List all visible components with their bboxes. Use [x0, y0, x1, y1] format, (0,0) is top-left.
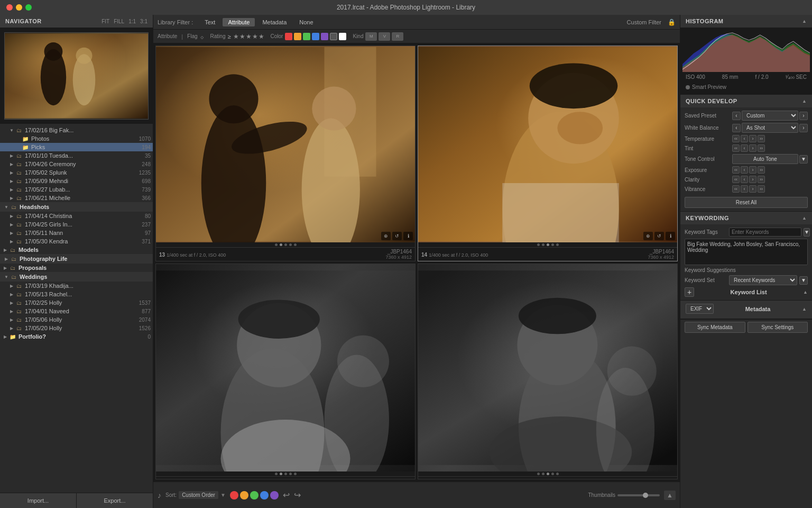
star-5[interactable]: ★ — [259, 33, 264, 40]
saved-preset-prev[interactable]: ‹ — [732, 112, 741, 120]
histogram-header[interactable]: Histogram ▲ — [680, 15, 812, 28]
star-4[interactable]: ★ — [252, 33, 258, 40]
temp-inc-large[interactable]: ›› — [758, 135, 765, 142]
nav-scale-3to1[interactable]: 3:1 — [140, 19, 147, 24]
exp-dec[interactable]: ‹ — [741, 166, 748, 174]
color-red[interactable] — [285, 33, 292, 40]
filter-tab-metadata[interactable]: Metadata — [257, 18, 292, 26]
star-3[interactable]: ★ — [246, 33, 252, 40]
tree-item-nann[interactable]: 🗂 17/05/11 Nann 97 — [0, 229, 153, 237]
tree-arrow-christina[interactable] — [8, 213, 15, 219]
star-1[interactable]: ★ — [233, 33, 239, 40]
tree-item-khadija[interactable]: 🗂 17/03/19 Khadija... — [0, 282, 153, 290]
exp-inc-large[interactable]: ›› — [758, 166, 765, 174]
keyword-set-select[interactable]: Recent Keywords — [729, 275, 797, 285]
tree-arrow-girls[interactable] — [8, 221, 15, 228]
vib-inc[interactable]: › — [749, 185, 756, 193]
lock-icon[interactable]: 🔒 — [668, 19, 676, 26]
saved-preset-next[interactable]: › — [799, 112, 808, 120]
export-button[interactable]: Export... — [77, 493, 153, 508]
vib-dec[interactable]: ‹ — [741, 185, 748, 193]
wb-prev[interactable]: ‹ — [732, 124, 741, 132]
headshots-section-header[interactable]: 🗂 Headshots — [0, 202, 153, 212]
tree-item-models[interactable]: 🗂 Models — [0, 246, 153, 254]
star-2[interactable]: ★ — [239, 33, 245, 40]
weddings-arrow[interactable] — [3, 274, 10, 280]
temp-dec-large[interactable]: ‹‹ — [732, 135, 740, 142]
window-controls[interactable] — [6, 4, 32, 11]
tree-arrow-naveed[interactable] — [8, 308, 15, 314]
minimize-button[interactable] — [16, 4, 22, 11]
tree-item-lubab[interactable]: 🗂 17/05/27 Lubab... 739 — [0, 185, 153, 194]
cl-red[interactable] — [230, 491, 238, 500]
tree-item-picks[interactable]: 📁 Picks 194 — [0, 143, 153, 151]
rotate-icon-2[interactable]: ↺ — [654, 232, 664, 240]
color-blue[interactable] — [312, 33, 319, 40]
nav-scale-fit[interactable]: FIT — [102, 19, 109, 24]
temp-dec[interactable]: ‹ — [741, 135, 748, 142]
filter-tab-none[interactable]: None — [294, 18, 318, 26]
tint-inc-large[interactable]: ›› — [758, 144, 765, 152]
slider-thumb[interactable] — [643, 493, 648, 498]
filter-tab-text[interactable]: Text — [199, 18, 220, 26]
clarity-inc-large[interactable]: ›› — [758, 176, 765, 183]
info-icon-1[interactable]: ℹ — [403, 232, 413, 240]
tree-item-kendra[interactable]: 🗂 17/05/30 Kendra 371 — [0, 237, 153, 246]
wb-next[interactable]: › — [799, 124, 808, 132]
tree-arrow-mehndi[interactable] — [8, 178, 15, 184]
nav-scale-fill[interactable]: FILL — [114, 19, 124, 24]
tree-arrow-michelle[interactable] — [8, 195, 15, 201]
photo-image-4[interactable] — [418, 264, 677, 471]
exp-inc[interactable]: › — [749, 166, 756, 174]
tree-item-holly1[interactable]: 🗂 17/02/25 Holly 1537 — [0, 298, 153, 307]
metadata-arrow[interactable]: ▲ — [802, 306, 807, 312]
quick-develop-arrow[interactable]: ▲ — [802, 98, 807, 104]
tree-arrow-bigfak[interactable] — [8, 127, 15, 133]
keyword-list-arrow[interactable]: ▲ — [803, 289, 808, 295]
tree-arrow-models[interactable] — [2, 247, 8, 253]
rotate-icon-1[interactable]: ↺ — [392, 232, 402, 240]
color-yellow[interactable] — [294, 33, 301, 40]
tint-dec-large[interactable]: ‹‹ — [732, 144, 740, 152]
compare-icon-1[interactable]: ⊕ — [381, 232, 391, 240]
photo-image-1[interactable]: ⊕ ↺ ℹ — [156, 46, 415, 242]
keyword-tags-menu[interactable]: ▼ — [804, 228, 810, 237]
headshots-arrow[interactable] — [3, 204, 10, 210]
tree-arrow-ceremony[interactable] — [8, 161, 15, 167]
import-button[interactable]: Import... — [0, 493, 77, 508]
cl-blue[interactable] — [260, 491, 269, 500]
photography-section-header[interactable]: 🗂 Photography Life — [0, 254, 153, 264]
tree-arrow-proposals[interactable] — [2, 265, 8, 271]
color-green[interactable] — [303, 33, 310, 40]
info-icon-2[interactable]: ℹ — [666, 232, 675, 240]
tree-item-splunk[interactable]: 🗂 17/05/02 Splunk 1235 — [0, 168, 153, 177]
tree-arrow-rachel[interactable] — [8, 291, 15, 297]
exp-dec-large[interactable]: ‹‹ — [732, 166, 740, 174]
quick-develop-header[interactable]: Quick Develop ▲ — [680, 95, 812, 107]
filter-tab-attribute[interactable]: Attribute — [223, 18, 255, 26]
sort-select[interactable]: Custom Order — [179, 491, 218, 499]
temp-inc[interactable]: › — [749, 135, 756, 142]
tree-item-portfolio[interactable]: 📁 Portfolio? 0 — [0, 332, 153, 341]
rotate-right-icon[interactable]: ↪ — [294, 490, 301, 500]
photo-image-3[interactable] — [156, 264, 415, 471]
rating-stars[interactable]: ★ ★ ★ ★ ★ — [233, 33, 264, 40]
tree-item-photos[interactable]: 📁 Photos 1070 — [0, 134, 153, 143]
tree-item-bigfak[interactable]: 🗂 17/02/16 Big Fak... — [0, 126, 153, 134]
tree-arrow-splunk[interactable] — [8, 169, 15, 176]
tint-inc[interactable]: › — [749, 144, 756, 152]
tree-item-christina[interactable]: 🗂 17/04/14 Christina 80 — [0, 212, 153, 220]
keywording-arrow[interactable]: ▲ — [802, 215, 807, 221]
keywords-area[interactable]: Big Fake Wedding, John Bosley, San Franc… — [685, 239, 808, 265]
tree-item-rachel[interactable]: 🗂 17/05/13 Rachel... — [0, 290, 153, 298]
tree-item-michelle[interactable]: 🗂 17/06/21 Michelle 366 — [0, 194, 153, 202]
photography-arrow[interactable] — [3, 256, 10, 262]
tree-arrow-holly1[interactable] — [8, 300, 15, 306]
tree-item-girls[interactable]: 🗂 17/04/25 Girls In... 237 — [0, 220, 153, 229]
kind-virtual[interactable]: V — [379, 32, 390, 41]
clarity-dec[interactable]: ‹ — [741, 176, 748, 183]
keywording-header[interactable]: Keywording ▲ — [680, 212, 812, 224]
photo-image-2[interactable]: ⊕ ↺ ℹ — [418, 46, 677, 242]
tree-item-holly3[interactable]: 🗂 17/05/20 Holly 1526 — [0, 324, 153, 332]
tree-item-proposals[interactable]: 🗂 Proposals — [0, 264, 153, 272]
